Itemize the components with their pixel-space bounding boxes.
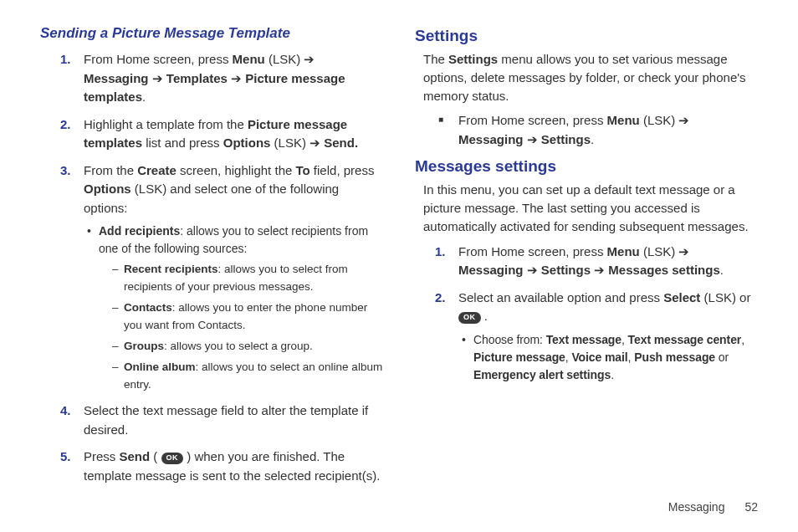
page-columns: Sending a Picture Message Template 1. Fr… [40, 25, 758, 494]
settings-bullet-list: From Home screen, press Menu (LSK) ➔ Mes… [415, 111, 758, 149]
picture-template-steps: 1. From Home screen, press Menu (LSK) ➔ … [40, 50, 383, 485]
step-text: Select an available option and press Sel… [458, 290, 750, 324]
step-4: 4. Select the text message field to alte… [60, 402, 383, 439]
msgset-step-1: 1. From Home screen, press Menu (LSK) ➔ … [435, 243, 758, 280]
ok-key-icon: OK [161, 453, 184, 464]
step-1: 1. From Home screen, press Menu (LSK) ➔ … [60, 50, 383, 107]
heading-messages-settings: Messages settings [415, 157, 758, 176]
groups-item: Groups: allows you to select a group. [112, 338, 383, 356]
step-number: 1. [435, 243, 446, 262]
messages-settings-steps: 1. From Home screen, press Menu (LSK) ➔ … [415, 243, 758, 384]
subheading-picture-template: Sending a Picture Message Template [40, 25, 383, 42]
ok-key-icon: OK [458, 312, 481, 324]
step-number: 4. [60, 402, 71, 421]
step-number: 2. [60, 115, 71, 135]
step-text: Press Send ( OK ) when you are finished.… [84, 449, 380, 483]
msgset-step-2: 2. Select an available option and press … [435, 289, 758, 384]
step-number: 3. [60, 161, 71, 181]
recent-recipients-item: Recent recipients: allows you to select … [112, 261, 383, 296]
online-album-item: Online album: allows you to select an on… [112, 359, 383, 394]
recipient-sources: Recent recipients: allows you to select … [99, 261, 383, 393]
step-5: 5. Press Send ( OK ) when you are finish… [60, 448, 383, 485]
step-3: 3. From the Create screen, highlight the… [60, 161, 383, 394]
step-text: Highlight a template from the Picture me… [84, 117, 358, 151]
add-recipients-item: Add recipients: allows you to select rec… [87, 223, 383, 393]
messages-settings-paragraph: In this menu, you can set up a default t… [423, 181, 758, 235]
step-2: 2. Highlight a template from the Picture… [60, 115, 383, 153]
step-number: 1. [60, 50, 71, 69]
step-number: 5. [60, 448, 71, 467]
footer-page-number: 52 [744, 500, 758, 514]
step-number: 2. [435, 289, 446, 308]
contacts-item: Contacts: allows you to enter the phone … [112, 299, 383, 335]
step-3-sub: Add recipients: allows you to select rec… [84, 223, 383, 393]
left-column: Sending a Picture Message Template 1. Fr… [40, 25, 383, 494]
step-text: From Home screen, press Menu (LSK) ➔ Mes… [458, 244, 724, 278]
step-text: From the Create screen, highlight the To… [84, 163, 374, 215]
choose-from-item: Choose from: Text message, Text message … [462, 331, 758, 384]
page-footer: Messaging52 [668, 500, 758, 514]
settings-nav-item: From Home screen, press Menu (LSK) ➔ Mes… [435, 111, 758, 149]
heading-settings: Settings [415, 27, 758, 45]
msgset-step-2-sub: Choose from: Text message, Text message … [458, 331, 758, 384]
right-column: Settings The Settings menu allows you to… [415, 25, 758, 494]
footer-section: Messaging [668, 500, 725, 514]
step-text: Select the text message field to alter t… [84, 403, 368, 437]
settings-paragraph: The Settings menu allows you to set vari… [423, 50, 758, 105]
step-text: From Home screen, press Menu (LSK) ➔ Mes… [84, 52, 345, 104]
